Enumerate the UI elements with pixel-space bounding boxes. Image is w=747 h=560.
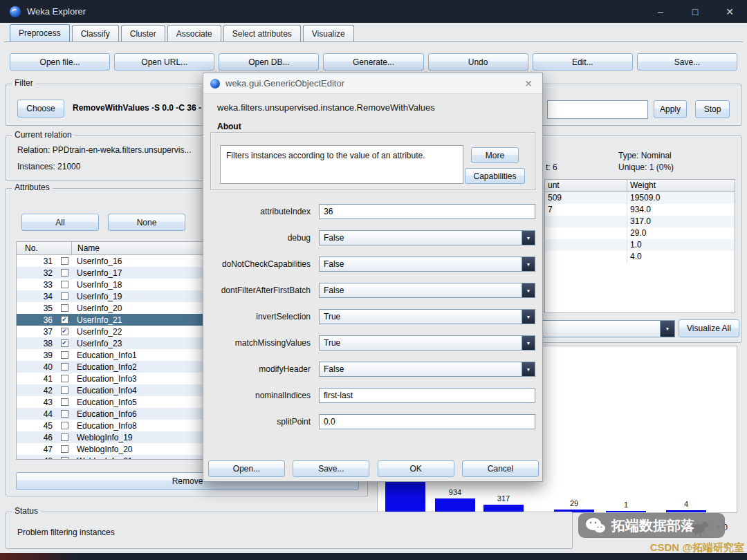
tab-preprocess[interactable]: Preprocess (10, 24, 70, 41)
filter-text-field[interactable] (547, 100, 648, 119)
property-input-attributeindex[interactable]: 36 (319, 204, 535, 219)
attribute-checkbox-cell (55, 422, 73, 429)
visualize-all-button[interactable]: Visualize All (679, 319, 739, 337)
about-label: About (217, 122, 241, 131)
attribute-checkbox[interactable] (61, 257, 68, 265)
attribute-checkbox[interactable] (61, 375, 68, 382)
property-combo-debug[interactable]: False▼ (319, 230, 535, 245)
attribute-checkbox-cell (55, 363, 73, 371)
attribute-checkbox[interactable] (61, 304, 68, 312)
stats-row: 7934.0 (545, 204, 735, 216)
property-input-nominalindices[interactable]: first-last (319, 388, 535, 403)
wechat-icon (585, 516, 606, 534)
attribute-checkbox[interactable] (61, 269, 68, 277)
open-url-button[interactable]: Open URL... (114, 53, 214, 71)
attribute-checkbox[interactable]: ✔ (61, 339, 68, 347)
tab-associate[interactable]: Associate (167, 25, 221, 41)
weka-dialog-icon (210, 79, 220, 88)
dialog-save-button[interactable]: Save... (293, 460, 369, 477)
choose-filter-button[interactable]: Choose (17, 100, 64, 118)
attribute-checkbox-cell (55, 292, 73, 300)
attribute-checkbox[interactable] (61, 433, 68, 441)
attribute-checkbox-cell (55, 398, 73, 406)
stop-filter-button[interactable]: Stop (695, 100, 730, 118)
minimize-button[interactable]: – (643, 0, 678, 23)
attribute-no: 39 (17, 351, 55, 360)
undo-button[interactable]: Undo (428, 53, 528, 71)
attribute-no: 33 (17, 280, 55, 290)
tab-select-attributes[interactable]: Select attributes (223, 25, 301, 41)
attribute-checkbox[interactable] (61, 351, 68, 359)
attribute-no: 36 (17, 315, 55, 325)
attribute-checkbox[interactable]: ✔ (61, 316, 68, 324)
open-file-button[interactable]: Open file... (10, 53, 110, 71)
property-combo-dontfilterafterfirstbatch[interactable]: False▼ (319, 283, 535, 298)
dialog-body: weka.filters.unsupervised.instance.Remov… (203, 94, 542, 483)
select-all-button[interactable]: All (21, 214, 99, 231)
relation-value: PPDtrain-en-weka.filters.unsupervis... (53, 145, 192, 155)
open-db-button[interactable]: Open DB... (219, 53, 319, 71)
attribute-checkbox-cell (55, 281, 73, 288)
tab-visualize[interactable]: Visualize (303, 25, 354, 41)
stats-count-cell (545, 227, 627, 239)
property-row-matchmissingvalues: matchMissingValuesTrue▼ (210, 335, 535, 351)
property-label-invertselection: invertSelection (210, 309, 311, 324)
edit-button[interactable]: Edit... (533, 53, 633, 71)
save-button[interactable]: Save... (637, 53, 737, 71)
dialog-titlebar: weka.gui.GenericObjectEditor ✕ (203, 73, 542, 94)
property-combo-matchmissingvalues[interactable]: True▼ (319, 335, 535, 351)
attribute-checkbox[interactable]: ✔ (61, 328, 68, 335)
tab-cluster[interactable]: Cluster (121, 25, 165, 41)
property-combo-invertselection[interactable]: True▼ (319, 309, 535, 324)
property-combo-donotcheckcapabilities[interactable]: False▼ (319, 256, 535, 272)
maximize-button[interactable]: □ (678, 0, 712, 23)
attribute-checkbox[interactable] (61, 398, 68, 406)
dialog-cancel-button[interactable]: Cancel (462, 460, 539, 477)
status-message: Problem filtering instances (17, 528, 115, 537)
weka-explorer-window: Weka Explorer – □ ✕ PreprocessClassifyCl… (0, 0, 747, 560)
tab-classify[interactable]: Classify (72, 25, 119, 41)
apply-filter-button[interactable]: Apply (654, 100, 687, 118)
generate-button[interactable]: Generate... (323, 53, 423, 71)
select-none-button[interactable]: None (108, 214, 185, 231)
attribute-checkbox[interactable] (61, 410, 68, 418)
attribute-checkbox[interactable] (61, 422, 68, 429)
attribute-no: 41 (17, 374, 55, 384)
more-button[interactable]: More (471, 147, 519, 163)
stats-row: 4.0 (545, 251, 735, 263)
property-row-modifyheader: modifyHeaderFalse▼ (210, 362, 535, 377)
property-combo-modifyheader[interactable]: False▼ (319, 362, 535, 377)
dialog-close-button[interactable]: ✕ (515, 78, 542, 89)
dialog-ok-button[interactable]: OK (378, 460, 454, 477)
chevron-down-icon: ▼ (522, 283, 535, 297)
attribute-checkbox-cell (55, 445, 73, 453)
attributes-panel-title: Attributes (12, 183, 53, 192)
property-row-donotcheckcapabilities: doNotCheckCapabilitiesFalse▼ (210, 256, 535, 272)
attribute-no: 43 (17, 398, 55, 407)
attribute-checkbox[interactable] (61, 363, 68, 371)
combo-value: False (320, 362, 522, 376)
close-button[interactable]: ✕ (712, 0, 747, 23)
property-row-nominalindices: nominalIndicesfirst-last (210, 388, 535, 403)
property-input-splitpoint[interactable]: 0.0 (319, 414, 535, 429)
dialog-open-button[interactable]: Open... (208, 460, 285, 477)
distinct-fragment: t: 6 (546, 162, 557, 172)
attribute-no: 47 (17, 445, 55, 454)
stats-table-header: unt Weight (545, 180, 735, 192)
attribute-checkbox[interactable] (61, 457, 68, 460)
attribute-checkbox[interactable] (61, 281, 68, 288)
capabilities-button[interactable]: Capabilities (465, 168, 525, 184)
attribute-checkbox[interactable] (61, 445, 68, 453)
attribute-checkbox-cell (55, 375, 73, 382)
type-label: Type: (618, 151, 638, 160)
attribute-checkbox[interactable] (61, 386, 68, 394)
attribute-no: 31 (17, 256, 55, 266)
stats-weight-cell: 29.0 (627, 227, 735, 239)
histogram-bar (435, 498, 475, 512)
filter-value-label: RemoveWithValues -S 0.0 -C 36 - (73, 103, 201, 113)
weight-column-header: Weight (627, 180, 735, 192)
attribute-checkbox[interactable] (61, 292, 68, 300)
attribute-no: 40 (17, 362, 55, 372)
stats-weight-cell: 934.0 (627, 204, 735, 216)
instances-line: Instances: 21000 (17, 162, 80, 171)
